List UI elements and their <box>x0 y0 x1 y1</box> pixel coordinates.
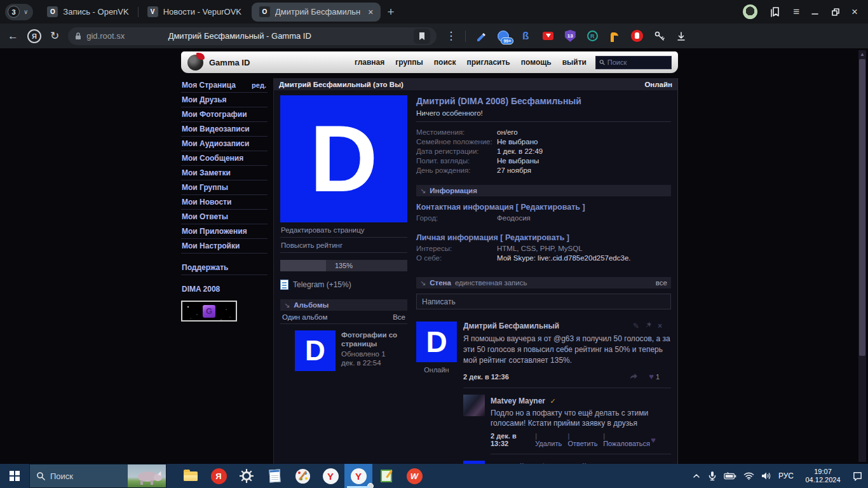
sidebar-item-friends[interactable]: Мои Друзья <box>181 93 268 107</box>
site-search-box[interactable] <box>595 56 672 69</box>
sidebar-item-videos[interactable]: Мои Видеозаписи <box>181 122 268 137</box>
sidebar-item-audios[interactable]: Мои Аудиозаписи <box>181 137 268 151</box>
back-button[interactable]: ← <box>8 30 18 43</box>
sidebar-item-news[interactable]: Мои Новости <box>181 195 268 210</box>
comment-delete-link[interactable]: Удалить <box>535 432 564 447</box>
refresh-button[interactable]: ↻ <box>50 29 59 43</box>
nav-invite[interactable]: пригласить <box>466 58 510 67</box>
sidebar-banner[interactable]: G <box>181 301 237 322</box>
close-window-button[interactable]: × <box>851 6 858 18</box>
gamma-logo-icon[interactable] <box>187 55 203 71</box>
post-like-button[interactable]: ♥1 <box>649 372 660 381</box>
minimize-button[interactable] <box>811 8 820 16</box>
battery-icon[interactable] <box>724 471 736 480</box>
post-date[interactable]: 2 дек. в 12:36 <box>463 373 509 381</box>
contact-edit-link[interactable]: [ Редактировать ] <box>516 203 585 212</box>
yandex-browser-y-icon[interactable]: Y <box>316 464 344 488</box>
telegram-link[interactable]: Telegram (+15%) <box>280 280 407 290</box>
key-passwords-icon[interactable] <box>653 30 665 43</box>
sidebar-item-apps[interactable]: Мои Приложения <box>181 224 268 239</box>
yandex-browser-active-icon[interactable]: Y <box>344 464 372 488</box>
wall-all-link[interactable]: все <box>656 279 667 287</box>
beta-extension-icon[interactable]: ß <box>519 30 532 43</box>
album-thumbnail[interactable]: D <box>295 330 336 371</box>
yandex-browser-red-icon[interactable]: Я <box>205 464 233 488</box>
nav-logout[interactable]: выйти <box>562 58 587 67</box>
adblock-hand-icon[interactable] <box>630 30 643 43</box>
reload-extension-icon[interactable]: R <box>586 30 599 43</box>
post-author-avatar[interactable]: D <box>416 322 457 362</box>
new-tab-button[interactable]: + <box>387 5 394 19</box>
sidebar-item-groups[interactable]: Мои Группы <box>181 180 268 195</box>
page-scrollbar[interactable]: ▲ <box>858 50 866 462</box>
color-picker-extension-icon[interactable] <box>475 30 487 43</box>
post-pin-icon[interactable] <box>645 322 652 330</box>
speaker-icon[interactable] <box>761 471 771 480</box>
raise-rating-link[interactable]: Повысить рейтинг <box>280 238 407 253</box>
start-button[interactable] <box>0 464 29 488</box>
file-explorer-icon[interactable] <box>177 464 205 488</box>
tab-openvk[interactable]: O Запись - OpenVK <box>39 3 136 22</box>
menu-icon[interactable]: ≡ <box>793 6 799 18</box>
nav-home[interactable]: главная <box>355 58 384 67</box>
scrollbar-thumb[interactable] <box>859 59 865 356</box>
download-icon[interactable] <box>675 30 688 43</box>
chevron-down-icon[interactable]: ∨ <box>24 8 28 15</box>
interests-value[interactable]: HTML, CSS, PHP, MySQL <box>497 244 583 254</box>
tab-active-profile[interactable]: O Дмитрий Бесфамильн × <box>252 3 381 22</box>
comment-author-name[interactable]: Matvey Mayner <box>491 396 545 405</box>
restore-button[interactable] <box>831 8 840 17</box>
city-value[interactable]: Феодосия <box>497 214 531 223</box>
sidebar-item-photos[interactable]: Мои Фотографии <box>181 107 268 122</box>
detail-value[interactable]: 27 ноября <box>497 166 531 175</box>
orange-extension-icon[interactable] <box>608 30 621 43</box>
album-title[interactable]: Фотографии со страницы <box>341 330 398 348</box>
profile-avatar[interactable]: D <box>280 95 407 222</box>
comment-author-avatar[interactable] <box>463 395 485 416</box>
heart-icon[interactable]: ♥ <box>651 435 656 445</box>
tray-chevron-up-icon[interactable] <box>692 472 701 480</box>
text-editor-icon[interactable] <box>372 464 400 488</box>
translate-extension-icon[interactable]: 99+ <box>497 30 510 43</box>
personal-edit-link[interactable]: [ Редактировать ] <box>500 233 569 242</box>
sidebar-item-messages[interactable]: Мои Сообщения <box>181 151 268 166</box>
album-item[interactable]: D Фотографии со страницы Обновлено 1 дек… <box>280 324 407 371</box>
sidebar-item-notes[interactable]: Мои Заметки <box>181 166 268 180</box>
profile-status[interactable]: Ничего особенного! <box>416 109 671 122</box>
language-indicator[interactable]: РУС <box>778 471 794 480</box>
site-search-input[interactable] <box>607 58 668 66</box>
taskbar-search-box[interactable]: Поиск <box>29 464 166 488</box>
post-share-icon[interactable] <box>629 372 639 381</box>
site-brand[interactable]: Gamma ID <box>209 58 250 67</box>
sidebar-item-edit-link[interactable]: ред. <box>252 81 266 89</box>
sidebar-item-my-page[interactable]: Моя Страница ред. <box>181 78 268 93</box>
sidebar-item-answers[interactable]: Мои Ответы <box>181 210 268 224</box>
microphone-icon[interactable] <box>708 471 717 481</box>
paint-icon[interactable] <box>288 464 316 488</box>
post-edit-icon[interactable]: ✎ <box>633 322 639 330</box>
action-center-icon[interactable] <box>852 471 863 481</box>
comment-report-link[interactable]: Пожаловаться <box>603 432 651 447</box>
notepad-icon[interactable] <box>261 464 288 488</box>
omnibox[interactable]: gid.root.sx Дмитрий Бесфамильный - Gamma… <box>68 27 437 45</box>
scroll-up-icon[interactable]: ▲ <box>858 50 866 58</box>
sidebar-item-support[interactable]: Поддержать <box>181 261 268 275</box>
wall-write-input[interactable] <box>416 294 671 309</box>
shield-extension-icon[interactable]: 13 <box>564 30 576 43</box>
albums-all-link[interactable]: Все <box>393 313 405 321</box>
browser-profile-avatar[interactable] <box>743 4 757 19</box>
tab-vepurovk[interactable]: V Новости - VepurOVK <box>140 3 249 22</box>
nav-groups[interactable]: группы <box>395 58 423 67</box>
comment-reply-link[interactable]: Ответить <box>567 432 600 447</box>
clock[interactable]: 19:07 04.12.2024 <box>801 468 845 484</box>
kebab-menu-icon[interactable]: ⋮ <box>445 29 456 43</box>
post-delete-icon[interactable]: × <box>658 322 662 330</box>
tab-counter-button[interactable]: 3 ∨ <box>5 4 33 20</box>
nav-help[interactable]: помощь <box>521 58 552 67</box>
nav-search[interactable]: поиск <box>434 58 456 67</box>
yandex-home-icon[interactable]: Я <box>27 29 41 43</box>
sidebar-item-settings[interactable]: Мои Настройки <box>181 239 268 254</box>
bookmarks-panel-icon[interactable] <box>769 6 782 18</box>
sidebar-item-dima-2008[interactable]: DIMA 2008 <box>181 282 268 296</box>
dislike-extension-icon[interactable] <box>541 30 554 43</box>
